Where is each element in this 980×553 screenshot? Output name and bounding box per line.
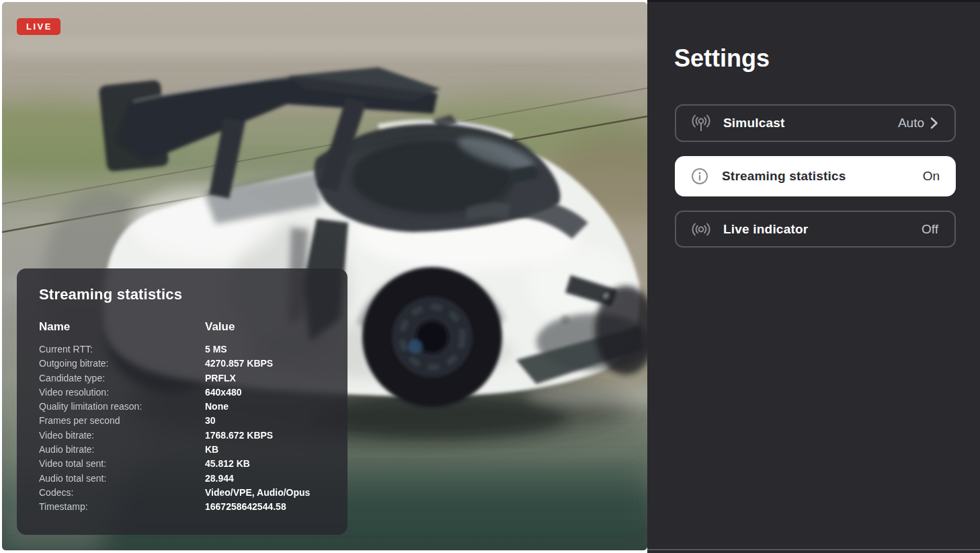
stat-name: Candidate type:: [39, 371, 205, 385]
settings-item-value: Auto: [898, 116, 924, 131]
stat-value: 4270.857 KBPS: [205, 357, 329, 371]
settings-item-label: Live indicator: [723, 222, 922, 237]
settings-item-streaming-statistics[interactable]: Streaming statistics On: [675, 156, 956, 196]
stat-row: Audio total sent:28.944: [39, 472, 329, 486]
stats-panel-title: Streaming statistics: [39, 286, 329, 303]
sidebar-top-divider: [647, 0, 980, 2]
settings-item-label: Streaming statistics: [722, 169, 923, 184]
stat-row: Candidate type:PRFLX: [39, 371, 329, 385]
stats-header-row: Name Value: [39, 320, 329, 334]
stat-row: Codecs:Video/VPE, Audio/Opus: [39, 486, 329, 500]
stat-name: Outgoing bitrate:: [39, 357, 205, 371]
app-window: LIVE Streaming statistics Name Value Cur…: [0, 0, 980, 553]
stat-value: 5 MS: [205, 342, 329, 357]
info-icon: [688, 168, 711, 185]
stat-name: Quality limitation reason:: [39, 400, 205, 414]
stats-col-name: Name: [39, 320, 205, 334]
stats-rows: Current RTT:5 MS Outgoing bitrate:4270.8…: [39, 342, 329, 515]
chevron-right-icon: [930, 117, 938, 129]
stat-row: Quality limitation reason:None: [39, 400, 329, 414]
stat-name: Current RTT:: [39, 342, 205, 357]
stat-row: Timestamp:1667258642544.58: [39, 500, 329, 514]
stat-row: Frames per second30: [39, 414, 329, 428]
stat-value: None: [205, 400, 329, 414]
live-video: LIVE Streaming statistics Name Value Cur…: [2, 2, 647, 550]
stat-name: Audio bitrate:: [39, 443, 205, 457]
stat-name: Audio total sent:: [39, 472, 205, 486]
live-badge: LIVE: [17, 18, 60, 35]
settings-item-value: Off: [922, 222, 938, 237]
settings-item-value: On: [923, 169, 940, 184]
stat-row: Video total sent:45.812 KB: [39, 457, 329, 471]
stat-value: 640x480: [205, 385, 329, 400]
broadcast-icon: [690, 114, 712, 133]
front-wheel: [362, 267, 502, 407]
stat-value: 28.944: [205, 472, 329, 486]
streaming-statistics-panel: Streaming statistics Name Value Current …: [17, 268, 348, 535]
stat-value: 1667258642544.58: [205, 500, 329, 514]
settings-item-label: Simulcast: [723, 116, 898, 131]
stat-value: Video/VPE, Audio/Opus: [205, 486, 329, 500]
stat-row: Video bitrate:1768.672 KBPS: [39, 429, 329, 443]
stat-value: 45.812 KB: [205, 457, 329, 471]
stat-row: Outgoing bitrate:4270.857 KBPS: [39, 357, 329, 371]
stat-row: Current RTT:5 MS: [39, 342, 329, 357]
settings-title: Settings: [674, 44, 770, 73]
stat-row: Video resolution:640x480: [39, 385, 329, 400]
stat-value: PRFLX: [205, 371, 329, 385]
sidebar-bottom-divider: [647, 549, 980, 550]
stat-value: 1768.672 KBPS: [205, 429, 329, 443]
stat-name: Video resolution:: [39, 385, 205, 400]
settings-item-live-indicator[interactable]: Live indicator Off: [675, 211, 956, 248]
stat-name: Video bitrate:: [39, 429, 205, 443]
stats-col-value: Value: [205, 320, 329, 334]
stat-value: 30: [205, 414, 329, 428]
stat-value: KB: [205, 443, 329, 457]
stat-name: Timestamp:: [39, 500, 205, 514]
stat-name: Frames per second: [39, 414, 205, 428]
settings-item-simulcast[interactable]: Simulcast Auto: [675, 104, 956, 142]
live-signal-icon: [690, 221, 712, 237]
stat-name: Video total sent:: [39, 457, 205, 471]
stat-row: Audio bitrate:KB: [39, 443, 329, 457]
settings-sidebar: Settings Simulcast Auto: [647, 0, 980, 553]
stat-name: Codecs:: [39, 486, 205, 500]
